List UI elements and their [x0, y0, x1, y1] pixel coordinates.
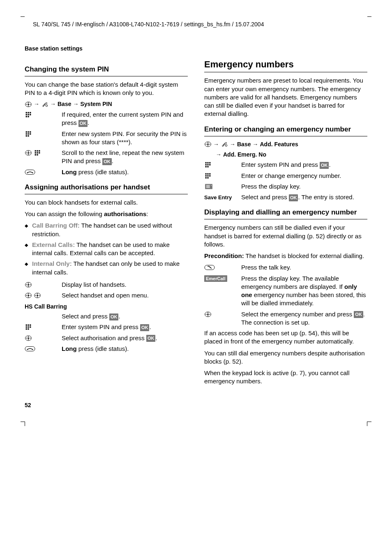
nav-key-icon — [25, 281, 32, 288]
list-item: External Calls: The handset can be used … — [25, 241, 188, 258]
hangup-key-icon — [25, 169, 35, 175]
instruction-text: Display list of handsets. — [62, 281, 188, 289]
instruction-text: Press the talk key. — [241, 263, 367, 272]
divider — [204, 136, 367, 136]
list-item: Call Barring Off: The handset can be use… — [25, 221, 188, 238]
instruction-row: Select and press OK. — [25, 312, 188, 320]
instruction-text: If required, enter the current system PI… — [62, 111, 188, 127]
heading-changing-pin: Changing the system PIN — [25, 65, 188, 74]
section-label: Base station settings — [25, 45, 367, 53]
heading-entering-emerg: Entering or changing an emergency number — [204, 125, 367, 134]
page-number: 52 — [25, 401, 367, 409]
emercall-badge: EmerCall — [204, 275, 227, 282]
bullet-list: Call Barring Off: The handset can be use… — [25, 221, 188, 277]
instruction-text: Press the display key. The available eme… — [241, 274, 367, 308]
ok-badge: OK — [146, 335, 156, 342]
arrow-icon: → — [73, 100, 78, 108]
nav-key-icon — [25, 292, 32, 299]
arrow-icon: → — [252, 141, 258, 148]
instruction-text: Long press (idle status). — [62, 168, 188, 176]
instruction-row: If required, enter the current system PI… — [25, 111, 188, 127]
arrow-icon: → — [213, 141, 219, 148]
instruction-text: Press the display key. — [241, 182, 367, 191]
paragraph: Emergency numbers can still be dialled e… — [204, 224, 367, 249]
ok-badge: OK — [354, 311, 363, 318]
arrow-icon: → — [230, 141, 235, 148]
instruction-row: Long press (idle status). — [25, 345, 188, 353]
list-item: Internal Only: The handset can only be u… — [25, 260, 188, 277]
paragraph: You can still dial emergency numbers des… — [204, 349, 367, 366]
keypad-icon — [34, 150, 41, 156]
instruction-text: Scroll to the next line, repeat the new … — [62, 149, 188, 166]
menu-key-icon — [204, 183, 213, 190]
divider — [25, 194, 188, 194]
menu-path: → → Base → Add. Features — [204, 141, 367, 148]
keypad-icon — [25, 324, 32, 330]
nav-key-icon — [204, 311, 212, 318]
instruction-row: EmerCall Press the display key. The avai… — [204, 274, 367, 308]
instruction-text: Enter system PIN and press OK. — [241, 161, 367, 169]
content-columns: Changing the system PIN You can change t… — [25, 58, 367, 389]
nav-key-icon — [204, 141, 212, 148]
instruction-text: Enter or change emergency number. — [241, 172, 367, 180]
arrow-icon: → — [50, 100, 56, 108]
path-segment: Base — [237, 141, 251, 148]
save-entry-label: Save Entry — [204, 194, 232, 201]
heading-emergency: Emergency numbers — [204, 58, 367, 71]
path-segment: System PIN — [80, 100, 112, 108]
paragraph: You can change the base station's defaul… — [25, 81, 188, 97]
menu-path-cont: → Add. Emerg. No — [204, 151, 367, 159]
instruction-text: Select and press OK. — [62, 312, 188, 320]
instruction-row: Select the emergency number and press OK… — [204, 310, 367, 327]
divider — [25, 76, 188, 76]
heading-authorisations: Assigning authorisations per handset — [25, 183, 188, 192]
paragraph: You can block handsets for external call… — [25, 198, 188, 207]
instruction-row: Press the display key. — [204, 182, 367, 191]
keypad-icon — [204, 161, 212, 168]
divider — [204, 72, 367, 72]
instruction-text: Enter system PIN and press OK. — [62, 323, 188, 331]
ok-badge: OK — [102, 158, 112, 165]
header-path: SL 740/SL 745 / IM-englisch / A31008-L74… — [25, 21, 367, 28]
arrow-icon: → — [216, 151, 221, 159]
path-segment: Add. Features — [260, 141, 298, 148]
instruction-row: Select authorisation and press OK. — [25, 334, 188, 342]
instruction-row: Enter system PIN and press OK. — [25, 323, 188, 331]
nav-key-icon — [25, 101, 32, 108]
sub-heading: HS Call Barring — [25, 303, 188, 311]
ok-badge: OK — [109, 313, 119, 320]
hangup-key-icon — [25, 346, 35, 352]
paragraph: You can assign the following authorisati… — [25, 210, 188, 218]
instruction-row: Scroll to the next line, repeat the new … — [25, 149, 188, 166]
nav-key-icon — [25, 335, 32, 341]
instruction-row: Enter system PIN and press OK. — [204, 161, 367, 169]
instruction-text: Select and press OK. The entry is stored… — [241, 193, 367, 201]
crop-marks-bottom — [25, 417, 367, 426]
talk-key-icon — [204, 264, 215, 271]
keypad-icon — [25, 111, 32, 118]
instruction-row: Select handset and open menu. — [25, 291, 188, 300]
instruction-row: Press the talk key. — [204, 263, 367, 272]
arrow-icon: → — [34, 100, 39, 108]
menu-path: → → Base → System PIN — [25, 100, 188, 108]
right-column: Emergency numbers Emergency numbers are … — [204, 58, 367, 389]
heading-display-emerg: Displaying and dialling an emergency num… — [204, 208, 367, 217]
paragraph: Precondition: The handset is blocked for… — [204, 252, 367, 260]
keypad-icon — [204, 173, 212, 179]
nav-key-icon — [25, 150, 32, 156]
divider — [204, 219, 367, 219]
path-segment: Base — [58, 100, 71, 108]
path-segment: Add. Emerg. No — [223, 151, 266, 159]
left-column: Changing the system PIN You can change t… — [25, 58, 188, 389]
instruction-text: Long press (idle status). — [62, 345, 188, 353]
paragraph: Emergency numbers are preset to local re… — [204, 76, 367, 118]
instruction-text: Select the emergency number and press OK… — [241, 310, 367, 327]
keypad-icon — [25, 131, 32, 137]
ok-badge: OK — [320, 162, 329, 169]
instruction-text: Enter new system PIN. For security the P… — [62, 130, 188, 147]
instruction-row: Enter or change emergency number. — [204, 172, 367, 180]
paragraph: If an access code has been set up (p. 54… — [204, 329, 367, 346]
instruction-row: Enter new system PIN. For security the P… — [25, 130, 188, 147]
instruction-row: Display list of handsets. — [25, 281, 188, 289]
ok-badge: OK — [140, 324, 150, 331]
